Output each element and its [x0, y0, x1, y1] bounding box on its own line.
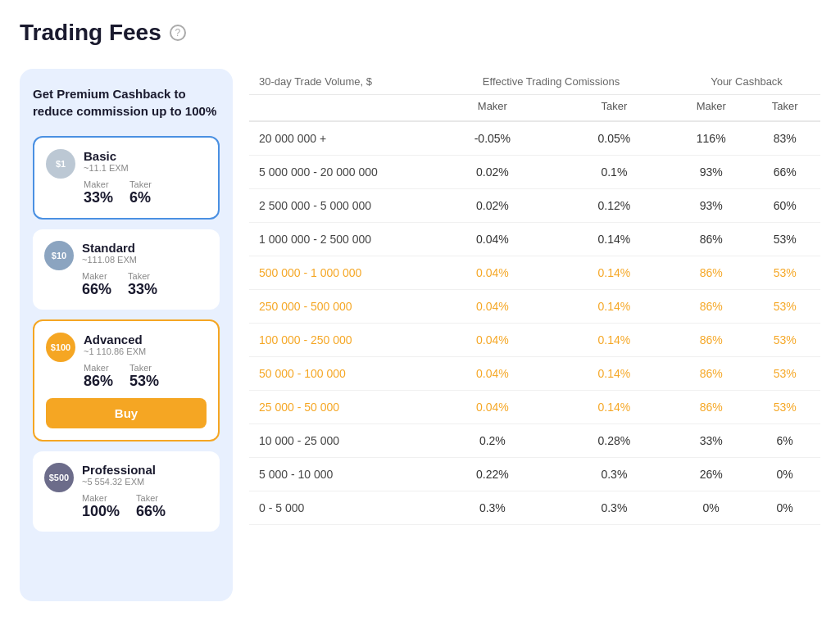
cell-comm-taker-4: 0.14%	[556, 256, 673, 290]
cell-cash-maker-8: 86%	[673, 391, 749, 424]
cell-volume-3: 1 000 000 - 2 500 000	[249, 223, 429, 256]
tier-stats-standard: Maker 66% Taker 33%	[82, 271, 208, 298]
table-section: 30-day Trade Volume, $ Effective Trading…	[249, 69, 820, 525]
main-header-row: 30-day Trade Volume, $ Effective Trading…	[249, 69, 820, 95]
tier-maker-standard: Maker 66%	[82, 271, 111, 298]
tier-exm-standard: ~111.08 EXM	[82, 255, 208, 265]
sub-cash-taker: Taker	[749, 95, 820, 122]
tier-maker-label-advanced: Maker	[84, 363, 113, 373]
tier-info-professional: Professional ~5 554.32 EXM Maker 100% Ta…	[82, 463, 208, 520]
tier-info-advanced: Advanced ~1 110.86 EXM Maker 86% Taker 5…	[84, 333, 207, 390]
cell-comm-maker-5: 0.04%	[429, 290, 556, 324]
tier-stats-basic: Maker 33% Taker 6%	[84, 179, 207, 206]
sub-comm-maker: Maker	[429, 95, 556, 122]
cell-cash-taker-1: 66%	[749, 156, 820, 189]
sub-comm-taker: Taker	[556, 95, 673, 122]
tier-taker-label-standard: Taker	[128, 271, 157, 281]
tier-taker-basic: Taker 6%	[129, 179, 152, 206]
cell-comm-taker-2: 0.12%	[556, 189, 673, 223]
tier-taker-value-professional: 66%	[136, 503, 166, 520]
table-row: 250 000 - 500 000 0.04% 0.14% 86% 53%	[249, 290, 820, 324]
cell-cash-maker-4: 86%	[673, 256, 749, 290]
cell-comm-maker-2: 0.02%	[429, 189, 556, 223]
tier-stats-professional: Maker 100% Taker 66%	[82, 493, 208, 520]
cell-cash-maker-5: 86%	[673, 290, 749, 324]
table-row: 0 - 5 000 0.3% 0.3% 0% 0%	[249, 491, 820, 525]
cell-comm-taker-1: 0.1%	[556, 156, 673, 189]
table-row: 500 000 - 1 000 000 0.04% 0.14% 86% 53%	[249, 256, 820, 290]
cell-cash-taker-11: 0%	[749, 491, 820, 525]
help-icon[interactable]: ?	[170, 25, 186, 41]
col-commissions-header: Effective Trading Comissions	[429, 69, 673, 95]
tier-badge-standard: $10	[44, 241, 74, 270]
cell-volume-9: 10 000 - 25 000	[249, 424, 429, 458]
tier-maker-value-advanced: 86%	[84, 373, 113, 390]
page-title: Trading Fees	[20, 20, 161, 46]
tier-info-standard: Standard ~111.08 EXM Maker 66% Taker 33%	[82, 241, 208, 298]
cell-cash-taker-5: 53%	[749, 290, 820, 324]
tier-name-advanced: Advanced	[84, 333, 207, 346]
table-row: 2 500 000 - 5 000 000 0.02% 0.12% 93% 60…	[249, 189, 820, 223]
tier-exm-professional: ~5 554.32 EXM	[82, 477, 208, 487]
table-row: 100 000 - 250 000 0.04% 0.14% 86% 53%	[249, 324, 820, 357]
table-row: 10 000 - 25 000 0.2% 0.28% 33% 6%	[249, 424, 820, 458]
cell-comm-maker-3: 0.04%	[429, 223, 556, 256]
buy-button-advanced[interactable]: Buy	[46, 398, 207, 428]
cell-comm-maker-4: 0.04%	[429, 256, 556, 290]
cell-volume-0: 20 000 000 +	[249, 121, 429, 156]
cell-cash-taker-9: 6%	[749, 424, 820, 458]
table-row: 5 000 - 10 000 0.22% 0.3% 26% 0%	[249, 458, 820, 491]
tier-name-professional: Professional	[82, 463, 208, 477]
tier-card-row-standard: $10 Standard ~111.08 EXM Maker 66% Taker…	[44, 241, 208, 298]
tier-taker-advanced: Taker 53%	[129, 363, 159, 390]
cell-volume-1: 5 000 000 - 20 000 000	[249, 156, 429, 189]
tier-exm-basic: ~11.1 EXM	[84, 163, 207, 173]
cell-cash-taker-7: 53%	[749, 357, 820, 391]
cell-comm-taker-10: 0.3%	[556, 458, 673, 491]
col-volume-header: 30-day Trade Volume, $	[249, 69, 429, 95]
cell-cash-taker-0: 83%	[749, 121, 820, 156]
tier-maker-basic: Maker 33%	[84, 179, 113, 206]
table-row: 5 000 000 - 20 000 000 0.02% 0.1% 93% 66…	[249, 156, 820, 189]
tier-maker-advanced: Maker 86%	[84, 363, 113, 390]
tier-maker-value-professional: 100%	[82, 503, 120, 520]
sub-header-row: Maker Taker Maker Taker	[249, 95, 820, 122]
tier-taker-value-advanced: 53%	[129, 373, 159, 390]
cell-cash-taker-6: 53%	[749, 324, 820, 357]
tier-name-standard: Standard	[82, 241, 208, 255]
cell-comm-taker-5: 0.14%	[556, 290, 673, 324]
cell-comm-maker-7: 0.04%	[429, 357, 556, 391]
main-layout: Get Premium Cashback to reduce commissio…	[20, 69, 820, 601]
cell-comm-maker-0: -0.05%	[429, 121, 556, 156]
tier-taker-value-standard: 33%	[128, 281, 157, 298]
cell-cash-maker-1: 93%	[673, 156, 749, 189]
tier-cards-container: $1 Basic ~11.1 EXM Maker 33% Taker 6%	[33, 136, 220, 532]
tier-taker-label-advanced: Taker	[129, 363, 159, 373]
tier-badge-advanced: $100	[46, 333, 75, 362]
cell-comm-taker-11: 0.3%	[556, 491, 673, 525]
cell-comm-taker-3: 0.14%	[556, 223, 673, 256]
cell-cash-taker-4: 53%	[749, 256, 820, 290]
tier-maker-label-standard: Maker	[82, 271, 111, 281]
col-cashback-header: Your Cashback	[673, 69, 820, 95]
cell-cash-maker-7: 86%	[673, 357, 749, 391]
page-header: Trading Fees ?	[20, 20, 820, 46]
cell-cash-maker-10: 26%	[673, 458, 749, 491]
cell-volume-10: 5 000 - 10 000	[249, 458, 429, 491]
cell-cash-taker-3: 53%	[749, 223, 820, 256]
tier-card-row-professional: $500 Professional ~5 554.32 EXM Maker 10…	[44, 463, 208, 520]
tier-name-basic: Basic	[84, 149, 207, 163]
cell-cash-taker-2: 60%	[749, 189, 820, 223]
cell-cash-maker-9: 33%	[673, 424, 749, 458]
cell-comm-maker-9: 0.2%	[429, 424, 556, 458]
tier-badge-basic: $1	[46, 149, 75, 179]
tier-card-professional: $500 Professional ~5 554.32 EXM Maker 10…	[33, 451, 220, 532]
tier-taker-value-basic: 6%	[129, 189, 152, 206]
table-row: 25 000 - 50 000 0.04% 0.14% 86% 53%	[249, 391, 820, 424]
tier-exm-advanced: ~1 110.86 EXM	[84, 346, 207, 356]
tier-info-basic: Basic ~11.1 EXM Maker 33% Taker 6%	[84, 149, 207, 206]
tier-maker-value-basic: 33%	[84, 189, 113, 206]
cell-comm-maker-8: 0.04%	[429, 391, 556, 424]
sidebar-heading: Get Premium Cashback to reduce commissio…	[33, 85, 220, 120]
sidebar: Get Premium Cashback to reduce commissio…	[20, 69, 233, 601]
